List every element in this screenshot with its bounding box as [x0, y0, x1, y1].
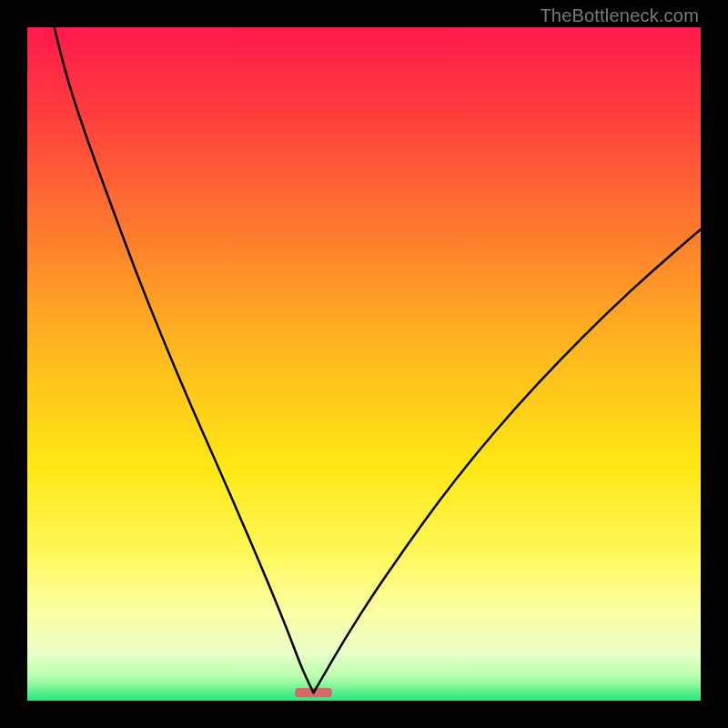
chart-svg — [27, 27, 701, 701]
chart-plot-area — [27, 27, 701, 701]
watermark-text: TheBottleneck.com — [540, 5, 699, 26]
chart-background — [27, 27, 701, 701]
outer-frame: TheBottleneck.com — [0, 0, 728, 728]
